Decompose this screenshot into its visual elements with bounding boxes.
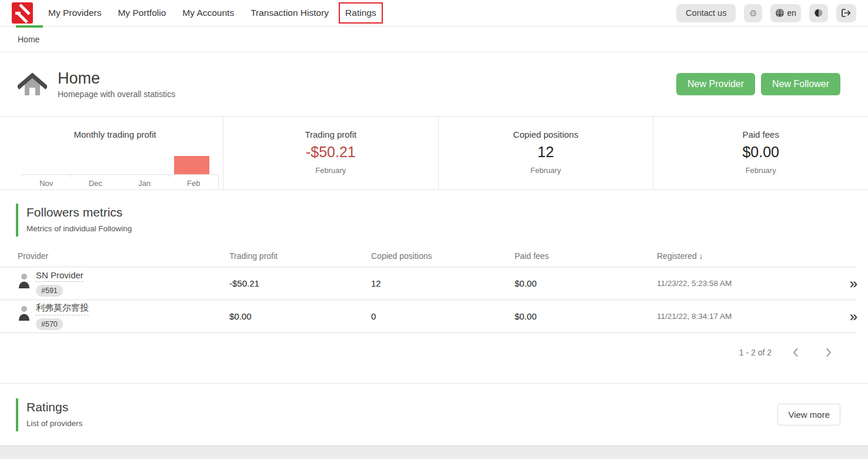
language-button[interactable]: en [770, 4, 801, 22]
chart-plot-area [12, 141, 218, 175]
section-title: Ratings [26, 398, 777, 414]
axis-tick [169, 175, 169, 177]
pagination-next-button[interactable] [820, 344, 837, 361]
chevron-right-icon [822, 346, 835, 359]
nav-my-accounts[interactable]: My Accounts [182, 8, 234, 18]
stat-card-copied-positions: Copied positions 12 February [438, 117, 653, 189]
provider-cell: 利弗莫尔窨投 #570 [18, 302, 229, 330]
provider-info: 利弗莫尔窨投 #570 [36, 302, 89, 330]
main-nav: My Providers My Portfolio My Accounts Tr… [48, 2, 383, 24]
view-more-button[interactable]: View more [777, 404, 840, 425]
globe-icon [775, 8, 784, 18]
section-subtitle: List of providers [26, 419, 777, 428]
stat-period: February [439, 166, 653, 175]
pagination: 1 - 2 of 2 [0, 344, 868, 361]
cell-paid-fees: $0.00 [515, 311, 657, 321]
cell-registered: 11/21/22, 8:34:17 AM [657, 312, 817, 321]
row-details-button[interactable]: » [850, 275, 856, 291]
table-row: SN Provider #591 -$50.21 12 $0.00 11/23/… [0, 267, 856, 300]
cell-paid-fees: $0.00 [515, 278, 657, 288]
monthly-trading-profit-chart: Monthly trading profit Nov Dec Jan Feb [0, 117, 223, 189]
stat-title: Paid fees [653, 129, 868, 139]
provider-id-badge: #570 [36, 318, 63, 330]
provider-info: SN Provider #591 [36, 270, 84, 297]
cell-copied-positions: 12 [371, 278, 515, 288]
stat-title: Trading profit [223, 129, 438, 139]
home-icon [18, 71, 47, 97]
table-row: 利弗莫尔窨投 #570 $0.00 0 $0.00 11/21/22, 8:34… [0, 300, 856, 333]
nav-my-providers[interactable]: My Providers [48, 8, 101, 18]
axis-tick [71, 175, 71, 177]
stats-row: Monthly trading profit Nov Dec Jan Feb T… [0, 117, 868, 190]
logout-button[interactable] [836, 4, 856, 22]
col-registered-label: Registered [657, 251, 697, 261]
followers-table: Provider Trading profit Copied positions… [0, 245, 868, 333]
page: My Providers My Portfolio My Accounts Tr… [0, 0, 868, 459]
col-provider[interactable]: Provider [18, 251, 229, 261]
breadcrumb[interactable]: Home [18, 35, 39, 44]
row-actions: » [817, 277, 856, 291]
provider-name-link[interactable]: 利弗莫尔窨投 [36, 302, 89, 315]
x-label-nov: Nov [22, 179, 71, 188]
gear-icon: ⚙ [749, 9, 757, 18]
axis-tick [120, 175, 121, 177]
page-actions: New Provider New Follower [676, 73, 840, 95]
page-bottom-strip [0, 446, 868, 459]
col-copied-positions[interactable]: Copied positions [371, 251, 515, 261]
x-label-jan: Jan [120, 179, 169, 188]
ratings-section: Ratings List of providers View more [0, 384, 868, 446]
row-details-button[interactable]: » [850, 308, 856, 324]
language-label: en [787, 8, 796, 18]
nav-my-portfolio[interactable]: My Portfolio [118, 8, 166, 18]
pagination-prev-button[interactable] [787, 344, 804, 361]
app-logo[interactable] [12, 2, 33, 24]
active-indicator [16, 25, 43, 28]
person-icon [18, 305, 31, 321]
contact-us-button[interactable]: Contact us [676, 4, 736, 22]
row-actions: » [817, 310, 856, 324]
col-trading-profit[interactable]: Trading profit [229, 251, 371, 261]
contrast-icon [814, 8, 823, 18]
cell-registered: 11/23/22, 5:23:58 AM [657, 279, 817, 288]
provider-id-badge: #591 [36, 285, 63, 297]
followers-metrics-section: Followers metrics Metrics of individual … [0, 190, 868, 384]
logout-icon [841, 8, 852, 18]
stat-card-trading-profit: Trading profit -$50.21 February [223, 117, 438, 189]
page-title-block: Home Homepage with overall statistics [58, 69, 175, 99]
x-label-dec: Dec [71, 179, 121, 188]
sort-desc-icon[interactable]: ↓ [699, 251, 703, 261]
axis-tick [218, 175, 219, 189]
stat-period: February [223, 166, 438, 175]
new-provider-button[interactable]: New Provider [676, 73, 755, 95]
page-header: Home Homepage with overall statistics Ne… [0, 52, 868, 117]
chart-title: Monthly trading profit [12, 129, 218, 139]
cell-trading-profit: -$50.21 [229, 278, 371, 288]
provider-name-link[interactable]: SN Provider [36, 270, 84, 282]
nav-actions: Contact us ⚙ en [676, 4, 856, 22]
ratings-header: Ratings List of providers [16, 398, 777, 431]
chevron-left-icon [789, 346, 802, 359]
nav-transaction-history[interactable]: Transaction History [251, 8, 329, 18]
theme-toggle-button[interactable] [809, 4, 828, 22]
nav-ratings[interactable]: Ratings [339, 2, 383, 24]
settings-button[interactable]: ⚙ [744, 4, 762, 22]
axis-tick [22, 175, 22, 177]
col-paid-fees[interactable]: Paid fees [515, 251, 657, 261]
new-follower-button[interactable]: New Follower [761, 73, 840, 95]
stat-value: 12 [439, 144, 653, 161]
provider-cell: SN Provider #591 [18, 270, 229, 297]
section-title: Followers metrics [26, 204, 868, 219]
col-registered[interactable]: Registered ↓ [657, 251, 817, 261]
page-title: Home [58, 69, 175, 88]
chart-bar-feb[interactable] [174, 156, 209, 174]
breadcrumb-bar: Home [0, 26, 868, 52]
cell-trading-profit: $0.00 [229, 311, 371, 321]
page-subtitle: Homepage with overall statistics [58, 89, 175, 99]
stat-card-paid-fees: Paid fees $0.00 February [653, 117, 868, 189]
stat-period: February [653, 166, 868, 175]
person-icon [18, 272, 31, 288]
section-subtitle: Metrics of individual Following [26, 224, 868, 233]
cell-copied-positions: 0 [371, 311, 515, 321]
logo-icon [12, 2, 33, 24]
top-navigation: My Providers My Portfolio My Accounts Tr… [0, 0, 868, 26]
